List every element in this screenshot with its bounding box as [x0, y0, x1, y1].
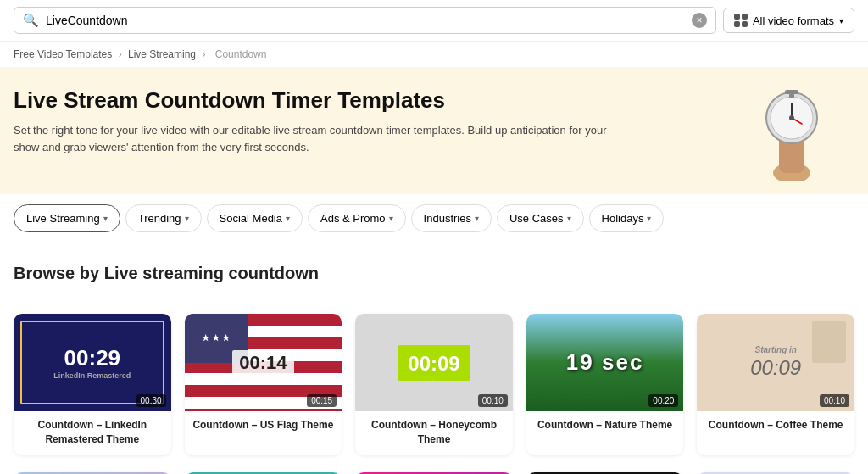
breadcrumb-live-streaming[interactable]: Live Streaming [128, 48, 196, 60]
page-title: Live Stream Countdown Timer Templates [14, 87, 607, 114]
tab-use-cases-label: Use Cases [509, 212, 564, 225]
tab-trending[interactable]: Trending ▾ [125, 204, 202, 232]
breadcrumb-sep-1: › [119, 48, 125, 60]
nav-tabs: Live Streaming ▾ Trending ▾ Social Media… [0, 194, 868, 243]
tab-ads-promo[interactable]: Ads & Promo ▾ [308, 204, 406, 232]
tab-live-streaming[interactable]: Live Streaming ▾ [14, 204, 120, 232]
tab-holidays-label: Holidays [602, 212, 644, 225]
chevron-trending: ▾ [185, 214, 189, 223]
template-label-coffee: Countdown – Coffee Theme [697, 411, 854, 441]
tab-use-cases[interactable]: Use Cases ▾ [497, 204, 584, 232]
template-thumb-linkedin: 00:29 LinkedIn Remastered 00:30 [14, 314, 171, 411]
timer-linkedin: 00:29 [64, 345, 121, 371]
template-label-nature: Countdown – Nature Theme [526, 411, 684, 441]
tab-industries[interactable]: Industries ▾ [411, 204, 492, 232]
duration-usflag: 00:15 [307, 394, 337, 407]
chevron-social-media: ▾ [286, 214, 290, 223]
template-thumb-nature: 19 sec 00:20 [526, 314, 684, 411]
timer-usflag: 00:14 [232, 350, 293, 376]
breadcrumb-free-templates[interactable]: Free Video Templates [14, 48, 112, 60]
tab-social-media-label: Social Media [220, 212, 282, 225]
template-grid-row1: 00:29 LinkedIn Remastered 00:30 Countdow… [0, 314, 868, 469]
tab-live-streaming-label: Live Streaming [26, 212, 100, 225]
browse-section: Browse by Live streaming countdown [0, 243, 868, 314]
hero-description: Set the right tone for your live video w… [14, 122, 607, 155]
template-card-linkedin[interactable]: 00:29 LinkedIn Remastered 00:30 Countdow… [14, 314, 171, 455]
template-label-linkedin: Countdown – LinkedIn Remastered Theme [14, 411, 171, 455]
breadcrumb-sep-2: › [202, 48, 208, 60]
subtitle-linkedin: LinkedIn Remastered [53, 371, 131, 380]
format-label: All video formats [753, 14, 834, 27]
timer-nature: 19 sec [566, 349, 644, 376]
starting-coffee: Starting in [754, 345, 796, 354]
duration-honeycomb: 00:10 [478, 394, 508, 407]
duration-nature: 00:20 [648, 394, 678, 407]
clear-search-button[interactable]: × [692, 13, 707, 28]
search-input-wrap: 🔍 × [14, 7, 716, 34]
tab-trending-label: Trending [138, 212, 181, 225]
hero-banner: Live Stream Countdown Timer Templates Se… [0, 67, 868, 194]
breadcrumb: Free Video Templates › Live Streaming › … [0, 42, 868, 67]
format-select-button[interactable]: All video formats ▾ [723, 8, 854, 33]
timer-coffee: 00:09 [750, 356, 801, 380]
search-input[interactable] [46, 14, 685, 27]
chevron-down-icon: ▾ [839, 16, 843, 25]
duration-linkedin: 00:30 [136, 394, 166, 407]
chevron-ads-promo: ▾ [389, 214, 393, 223]
template-label-usflag: Countdown – US Flag Theme [185, 411, 342, 441]
template-thumb-honeycomb: 00:09 00:10 [355, 314, 513, 411]
tab-industries-label: Industries [424, 212, 471, 225]
template-thumb-usflag: ★ ★ ★ 00:14 00:15 [185, 314, 342, 411]
template-label-honeycomb: Countdown – Honeycomb Theme [355, 411, 513, 455]
template-card-usflag[interactable]: ★ ★ ★ 00:14 00:15 Countdown – US Flag Th… [185, 314, 342, 455]
svg-point-8 [789, 115, 794, 120]
template-card-coffee[interactable]: Starting in 00:09 00:10 Countdown – Coff… [697, 314, 854, 455]
chevron-industries: ▾ [475, 214, 479, 223]
tab-ads-promo-label: Ads & Promo [320, 212, 386, 225]
chevron-use-cases: ▾ [567, 214, 571, 223]
hero-image [741, 75, 843, 186]
breadcrumb-countdown: Countdown [215, 48, 267, 60]
template-thumb-coffee: Starting in 00:09 00:10 [697, 314, 854, 411]
search-icon: 🔍 [23, 13, 39, 28]
template-card-honeycomb[interactable]: 00:09 00:10 Countdown – Honeycomb Theme [355, 314, 513, 455]
duration-coffee: 00:10 [820, 394, 849, 407]
tab-holidays[interactable]: Holidays ▾ [589, 204, 665, 232]
tab-social-media[interactable]: Social Media ▾ [207, 204, 303, 232]
search-bar: 🔍 × All video formats ▾ [0, 0, 868, 42]
svg-rect-5 [785, 90, 798, 94]
timer-honeycomb: 00:09 [408, 352, 459, 375]
template-card-nature[interactable]: 19 sec 00:20 Countdown – Nature Theme [526, 314, 684, 455]
browse-heading: Browse by Live streaming countdown [14, 264, 854, 283]
grid-icon [734, 14, 748, 27]
chevron-live-streaming: ▾ [103, 214, 108, 223]
chevron-holidays: ▾ [647, 214, 651, 223]
